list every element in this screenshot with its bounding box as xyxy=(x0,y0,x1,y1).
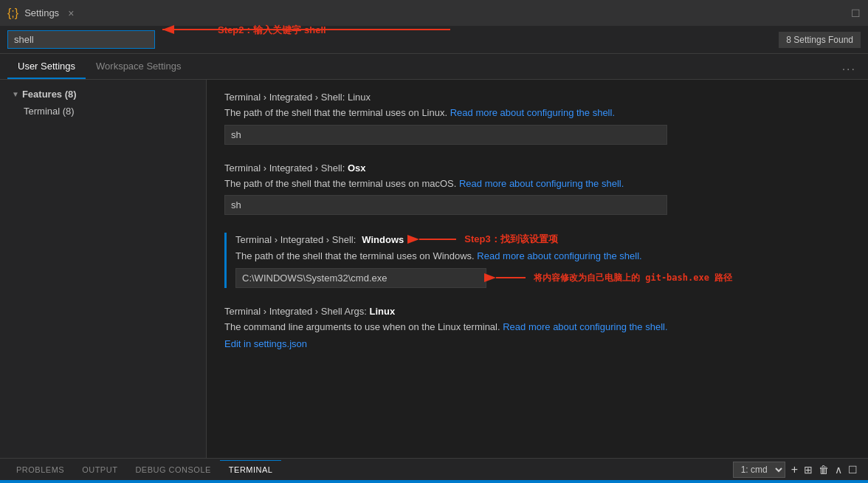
setting-linux-args-description: The command line arguments to use when o… xyxy=(224,320,850,335)
setting-windows-title: Terminal › Integrated › Shell: Windows S… xyxy=(235,233,850,246)
setting-osx-link[interactable]: Read more about configuring the shell. xyxy=(459,178,624,189)
step3-annotation: Step3：找到该设置项 xyxy=(416,233,557,246)
setting-linux-input[interactable] xyxy=(224,125,667,145)
title-text: Settings xyxy=(24,7,59,18)
cmd-annotation-row: 将内容修改为自己电脑上的 git-bash.exe 路径 xyxy=(492,272,732,284)
sidebar-item-terminal[interactable]: Terminal (8) xyxy=(0,103,206,120)
tab-workspace-settings[interactable]: Workspace Settings xyxy=(86,55,191,79)
tab-problems[interactable]: PROBLEMS xyxy=(7,461,73,479)
restore-panel-button[interactable]: ☐ xyxy=(848,464,858,476)
terminal-controls: 1: cmd + ⊞ 🗑 ∧ ☐ xyxy=(733,462,861,478)
setting-windows-description: The path of the shell that the terminal … xyxy=(235,249,850,264)
settings-icon: {;} xyxy=(7,7,18,20)
setting-linux-link[interactable]: Read more about configuring the shell. xyxy=(450,107,615,118)
maximize-window-button[interactable]: ☐ xyxy=(851,7,861,19)
step3-text: Step3：找到该设置项 xyxy=(464,233,557,246)
tabs-bar: User Settings Workspace Settings ... xyxy=(0,54,868,80)
setting-osx-description: The path of the shell that the terminal … xyxy=(224,177,850,191)
terminal-shell-selector[interactable]: 1: cmd xyxy=(733,462,785,478)
setting-osx: Terminal › Integrated › Shell: Osx The p… xyxy=(224,162,850,216)
tab-more-button[interactable]: ... xyxy=(838,54,861,79)
setting-windows-link[interactable]: Read more about configuring the shell. xyxy=(477,250,641,261)
search-bar: Step2：输入关键字 shell 8 Settings Found xyxy=(0,26,868,54)
panel-tabs: PROBLEMS OUTPUT DEBUG CONSOLE TERMINAL 1… xyxy=(0,458,868,480)
split-terminal-button[interactable]: ⊞ xyxy=(804,464,813,476)
tab-terminal[interactable]: TERMINAL xyxy=(220,460,282,479)
setting-linux-description: The path of the shell that the terminal … xyxy=(224,106,850,120)
setting-osx-title: Terminal › Integrated › Shell: Osx xyxy=(224,162,850,174)
chevron-icon: ▼ xyxy=(12,90,19,98)
setting-linux-args-link[interactable]: Read more about configuring the shell. xyxy=(503,321,667,332)
tab-user-settings[interactable]: User Settings xyxy=(7,55,86,79)
setting-windows-input[interactable] xyxy=(235,268,486,288)
setting-windows: Terminal › Integrated › Shell: Windows S… xyxy=(224,233,850,288)
settings-found-badge: 8 Settings Found xyxy=(779,32,861,48)
step2-text: Step2：输入关键字 shell xyxy=(218,24,326,37)
kill-terminal-button[interactable]: 🗑 xyxy=(819,464,829,476)
setting-linux: Terminal › Integrated › Shell: Linux The… xyxy=(224,92,850,145)
status-bar: https://blog.csdn.net/u013517122 xyxy=(0,480,868,483)
setting-linux-args-title: Terminal › Integrated › Shell Args: Linu… xyxy=(224,306,850,317)
maximize-panel-button[interactable]: ∧ xyxy=(835,464,842,476)
close-tab-button[interactable]: × xyxy=(68,7,74,19)
cmd-input-row: 将内容修改为自己电脑上的 git-bash.exe 路径 xyxy=(235,268,850,288)
content-area: Terminal › Integrated › Shell: Linux The… xyxy=(207,80,868,458)
sidebar-terminal-label: Terminal (8) xyxy=(24,106,75,117)
setting-linux-title: Terminal › Integrated › Shell: Linux xyxy=(224,92,850,103)
sidebar-features-label: Features (8) xyxy=(22,89,77,100)
tab-debug-console[interactable]: DEBUG CONSOLE xyxy=(126,461,219,479)
window-controls: ☐ xyxy=(851,7,861,19)
tab-output[interactable]: OUTPUT xyxy=(73,461,126,479)
search-input[interactable] xyxy=(7,30,155,49)
sidebar-item-features[interactable]: ▼ Features (8) xyxy=(0,86,206,103)
sidebar: ▼ Features (8) Terminal (8) xyxy=(0,80,207,458)
main-content: ▼ Features (8) Terminal (8) Terminal › I… xyxy=(0,80,868,458)
setting-osx-input[interactable] xyxy=(224,195,667,215)
add-terminal-button[interactable]: + xyxy=(791,463,798,476)
setting-linux-args: Terminal › Integrated › Shell Args: Linu… xyxy=(224,306,850,350)
title-bar: {;} Settings × ☐ xyxy=(0,0,868,26)
edit-settings-link[interactable]: Edit in settings.json xyxy=(224,338,850,349)
cmd-annotation-text: 将内容修改为自己电脑上的 git-bash.exe 路径 xyxy=(534,272,732,284)
